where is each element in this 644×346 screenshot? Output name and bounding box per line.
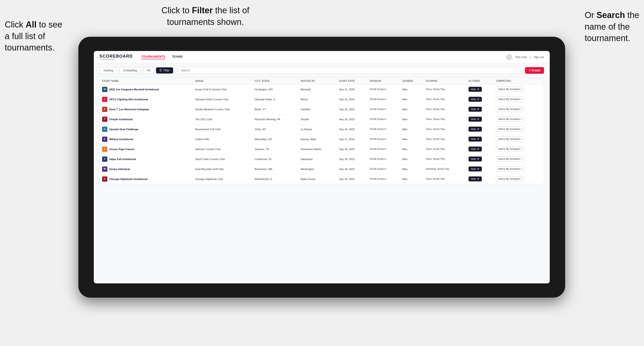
cell-venue-8: Gold Mountain Golf Club xyxy=(192,164,252,174)
col-division: DIVISION xyxy=(368,78,400,84)
team-logo-0: M xyxy=(102,87,107,92)
team-logo-7: V xyxy=(102,157,107,162)
cell-scoring-0: Team, Stroke Play xyxy=(424,84,466,94)
view-button-7[interactable]: View 👁 xyxy=(468,157,482,162)
cell-gender-0: Men xyxy=(400,84,424,94)
add-schedule-button-8[interactable]: Add to My Schedule + xyxy=(496,166,524,172)
add-schedule-button-6[interactable]: Add to My Schedule + xyxy=(496,146,524,152)
event-name-9: Chicago Highlands Invitational xyxy=(109,178,148,180)
view-button-8[interactable]: View 👁 xyxy=(468,167,482,172)
add-schedule-button-7[interactable]: Add to My Schedule + xyxy=(496,156,524,162)
tablet-frame: SCOREBOARD Powered by clippd TOURNAMENTS… xyxy=(78,37,565,298)
add-schedule-button-1[interactable]: Add to My Schedule + xyxy=(496,97,524,102)
team-logo-2: F xyxy=(102,107,107,112)
cell-actions-8: View 👁 xyxy=(466,164,494,174)
create-button[interactable]: + Create xyxy=(525,67,544,74)
table-header-row: EVENT NAME VENUE CITY, STATE HOSTED BY S… xyxy=(100,78,544,84)
cell-venue-4: Ravenwood Golf Club xyxy=(192,124,252,134)
cell-division-7: NCAA Division I xyxy=(368,154,400,164)
cell-city-8: Bremerton, WA xyxy=(252,164,298,174)
team-logo-8: W xyxy=(102,167,107,172)
cell-hosted-6: Tennessee-Martin xyxy=(298,144,337,154)
cell-gender-9: Men xyxy=(400,174,424,184)
cell-division-3: NCAA Division I xyxy=(368,114,400,124)
cell-venue-0: Guyan Golf & Country Club xyxy=(192,84,252,94)
cell-competing-0: Add to My Schedule + xyxy=(494,84,544,94)
cell-hosted-9: Wake Forest xyxy=(298,174,337,184)
view-button-4[interactable]: View 👁 xyxy=(468,127,482,132)
all-tab[interactable]: All xyxy=(143,67,154,74)
cell-date-7: Sep 18, 2023 xyxy=(337,154,368,164)
nav-teams[interactable]: TEAMS xyxy=(172,55,183,59)
cell-hosted-5: Kansas State xyxy=(298,134,337,144)
cell-gender-8: Men xyxy=(400,164,424,174)
cell-gender-6: Men xyxy=(400,144,424,154)
view-button-3[interactable]: View 👁 xyxy=(468,117,482,122)
cell-division-5: NCAA Division I xyxy=(368,134,400,144)
add-schedule-button-9[interactable]: Add to My Schedule + xyxy=(496,176,524,182)
cell-division-2: NCAA Division I xyxy=(368,104,400,114)
col-scoring: SCORING xyxy=(424,78,466,84)
cell-venue-2: Shuttle Meadow Country Club xyxy=(192,104,252,114)
cell-date-8: Sep 18, 2023 xyxy=(337,164,368,174)
logo-area: SCOREBOARD Powered by clippd xyxy=(100,54,133,60)
view-eye-icon-9: 👁 xyxy=(477,178,480,180)
competing-tab[interactable]: Competing xyxy=(119,67,141,74)
cell-city-4: Victor, NY xyxy=(252,124,298,134)
view-button-9[interactable]: View 👁 xyxy=(468,176,482,181)
cell-city-9: Westchester, IL xyxy=(252,174,298,184)
cell-scoring-4: Team, Stroke Play xyxy=(424,124,466,134)
cell-actions-0: View 👁 xyxy=(466,84,494,94)
filter-icon: ☰ xyxy=(159,69,162,72)
cell-date-5: Sep 17, 2023 xyxy=(337,134,368,144)
annotation-topright: Or Search thename of thetournament. xyxy=(585,9,639,44)
view-eye-icon-5: 👁 xyxy=(477,138,480,140)
filter-bar: Hosting Competing All ☰ Filter + Create xyxy=(100,67,544,74)
cell-event-name-8: W Husky Individual xyxy=(100,164,192,174)
cell-hosted-2: Fairfield xyxy=(298,104,337,114)
filter-button[interactable]: ☰ Filter xyxy=(156,67,173,73)
cell-scoring-6: Team, Stroke Play xyxy=(424,144,466,154)
hosting-tab[interactable]: Hosting xyxy=(100,67,117,74)
cell-hosted-8: Washington xyxy=(298,164,337,174)
cell-gender-4: Men xyxy=(400,124,424,134)
cell-competing-7: Add to My Schedule + xyxy=(494,154,544,164)
view-button-6[interactable]: View 👁 xyxy=(468,147,482,152)
add-schedule-button-0[interactable]: Add to My Schedule + xyxy=(496,87,524,92)
table-row: K Wildcat Invitational Colbert Hills Man… xyxy=(100,134,544,144)
search-input[interactable] xyxy=(178,67,523,74)
table-row: C Chicago Highlands Invitational Chicago… xyxy=(100,174,544,184)
event-name-8: Husky Individual xyxy=(109,168,130,171)
cell-scoring-1: Team, Stroke Play xyxy=(424,94,466,104)
cell-gender-3: Men xyxy=(400,114,424,124)
sign-out-link[interactable]: Sign out xyxy=(534,55,544,59)
view-eye-icon-7: 👁 xyxy=(477,158,480,160)
add-schedule-button-3[interactable]: Add to My Schedule + xyxy=(496,116,524,122)
view-button-5[interactable]: View 👁 xyxy=(468,137,482,142)
cell-event-name-9: C Chicago Highlands Invitational xyxy=(100,174,192,184)
cell-competing-2: Add to My Schedule + xyxy=(494,104,544,114)
view-button-1[interactable]: View 👁 xyxy=(468,97,482,102)
cell-competing-6: Add to My Schedule + xyxy=(494,144,544,154)
view-button-0[interactable]: View 👁 xyxy=(468,87,482,92)
tournaments-table: EVENT NAME VENUE CITY, STATE HOSTED BY S… xyxy=(100,78,544,184)
nav-tournaments[interactable]: TOURNAMENTS xyxy=(141,55,165,59)
add-schedule-button-4[interactable]: Add to My Schedule + xyxy=(496,126,524,132)
cell-event-name-6: G Grover Page Classic xyxy=(100,144,192,154)
cell-competing-8: Add to My Schedule + xyxy=(494,164,544,174)
event-name-7: Valpo Fall Invitational xyxy=(109,158,136,161)
view-eye-icon-0: 👁 xyxy=(477,88,480,91)
team-logo-9: C xyxy=(102,176,107,182)
add-schedule-button-5[interactable]: Add to My Schedule + xyxy=(496,136,524,142)
view-button-2[interactable]: View 👁 xyxy=(468,107,482,112)
event-name-6: Grover Page Classic xyxy=(109,148,135,151)
cell-scoring-7: Team, Stroke Play xyxy=(424,154,466,164)
cell-division-0: NCAA Division I xyxy=(368,84,400,94)
add-schedule-button-2[interactable]: Add to My Schedule + xyxy=(496,107,524,112)
cell-competing-4: Add to My Schedule + xyxy=(494,124,544,134)
cell-date-0: Sep 11, 2023 xyxy=(337,84,368,94)
col-event-name: EVENT NAME xyxy=(100,78,192,84)
cell-event-name-2: F Ryan T. Lee Memorial Collegiate xyxy=(100,104,192,114)
cell-scoring-9: Team, Stroke Play xyxy=(424,174,466,184)
col-start-date: START DATE xyxy=(337,78,368,84)
